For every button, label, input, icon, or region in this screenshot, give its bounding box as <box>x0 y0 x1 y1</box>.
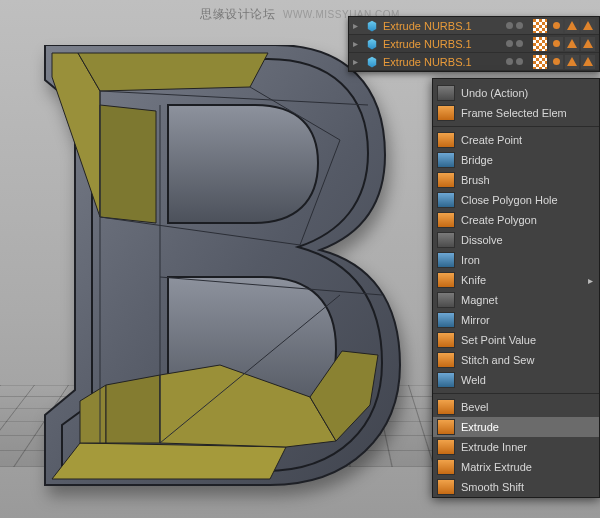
menu-label: Mirror <box>461 314 593 326</box>
menu-label: Magnet <box>461 294 593 306</box>
menu-item-iron[interactable]: Iron <box>433 250 599 270</box>
menu-item-weld[interactable]: Weld <box>433 370 599 390</box>
menu-item-magnet[interactable]: Magnet <box>433 290 599 310</box>
menu-item-extrude[interactable]: Extrude <box>433 417 599 437</box>
undo-icon <box>437 85 455 101</box>
menu-label: Undo (Action) <box>461 87 593 99</box>
texture-tag-icon[interactable] <box>533 37 547 51</box>
menu-item-smooth-shift[interactable]: Smooth Shift <box>433 477 599 497</box>
menu-label: Bevel <box>461 401 593 413</box>
svg-marker-1 <box>78 53 268 91</box>
menu-item-bridge[interactable]: Bridge <box>433 150 599 170</box>
menu-label: Set Point Value <box>461 334 593 346</box>
extrude-nurbs-icon <box>365 20 379 32</box>
selection-tag-icon[interactable] <box>581 55 595 69</box>
menu-label: Create Point <box>461 134 593 146</box>
mirror-icon <box>437 312 455 328</box>
expand-icon[interactable]: ▸ <box>353 38 361 49</box>
context-menu[interactable]: Undo (Action)Frame Selected ElemCreate P… <box>432 78 600 498</box>
magnet-icon <box>437 292 455 308</box>
object-name[interactable]: Extrude NURBS.1 <box>383 38 502 50</box>
visibility-dots[interactable] <box>506 22 523 29</box>
menu-item-matrix-extrude[interactable]: Matrix Extrude <box>433 457 599 477</box>
menu-label: Weld <box>461 374 593 386</box>
selection-tag-icon[interactable] <box>565 55 579 69</box>
selection-tag-icon[interactable] <box>581 37 595 51</box>
extrude-nurbs-icon <box>365 56 379 68</box>
menu-label: Bridge <box>461 154 593 166</box>
menu-item-close-polygon-hole[interactable]: Close Polygon Hole <box>433 190 599 210</box>
expand-icon[interactable]: ▸ <box>353 20 361 31</box>
expand-icon[interactable]: ▸ <box>353 56 361 67</box>
bridge-icon <box>437 152 455 168</box>
menu-item-frame-selected-elem[interactable]: Frame Selected Elem <box>433 103 599 123</box>
smooth-shift-icon <box>437 479 455 495</box>
menu-item-dissolve[interactable]: Dissolve <box>433 230 599 250</box>
menu-item-knife[interactable]: Knife▸ <box>433 270 599 290</box>
phong-tag-icon[interactable] <box>549 19 563 33</box>
menu-item-create-point[interactable]: Create Point <box>433 130 599 150</box>
menu-item-create-polygon[interactable]: Create Polygon <box>433 210 599 230</box>
svg-marker-2 <box>100 105 156 223</box>
menu-item-set-point-value[interactable]: Set Point Value <box>433 330 599 350</box>
menu-separator <box>433 393 599 394</box>
watermark-cn: 思缘设计论坛 <box>200 7 275 21</box>
menu-item-extrude-inner[interactable]: Extrude Inner <box>433 437 599 457</box>
object-name[interactable]: Extrude NURBS.1 <box>383 20 502 32</box>
menu-item-bevel[interactable]: Bevel <box>433 397 599 417</box>
texture-tag-icon[interactable] <box>533 19 547 33</box>
object-name[interactable]: Extrude NURBS.1 <box>383 56 502 68</box>
object-tags[interactable] <box>533 55 595 69</box>
menu-label: Matrix Extrude <box>461 461 593 473</box>
menu-label: Frame Selected Elem <box>461 107 593 119</box>
create-poly-icon <box>437 212 455 228</box>
bevel-icon <box>437 399 455 415</box>
extrude-nurbs-icon <box>365 38 379 50</box>
selection-tag-icon[interactable] <box>581 19 595 33</box>
menu-label: Dissolve <box>461 234 593 246</box>
menu-label: Knife <box>461 274 582 286</box>
weld-icon <box>437 372 455 388</box>
submenu-arrow-icon: ▸ <box>588 275 593 286</box>
dissolve-icon <box>437 232 455 248</box>
phong-tag-icon[interactable] <box>549 37 563 51</box>
letter-b-model[interactable] <box>40 45 410 495</box>
svg-marker-5 <box>106 375 160 443</box>
frame-icon <box>437 105 455 121</box>
stitch-icon <box>437 352 455 368</box>
visibility-dots[interactable] <box>506 58 523 65</box>
object-row[interactable]: ▸Extrude NURBS.1 <box>349 35 599 53</box>
visibility-dots[interactable] <box>506 40 523 47</box>
menu-label: Extrude <box>461 421 593 433</box>
texture-tag-icon[interactable] <box>533 55 547 69</box>
menu-label: Iron <box>461 254 593 266</box>
set-point-icon <box>437 332 455 348</box>
matrix-extrude-icon <box>437 459 455 475</box>
object-row[interactable]: ▸Extrude NURBS.1 <box>349 17 599 35</box>
phong-tag-icon[interactable] <box>549 55 563 69</box>
menu-item-mirror[interactable]: Mirror <box>433 310 599 330</box>
menu-label: Create Polygon <box>461 214 593 226</box>
menu-separator <box>433 126 599 127</box>
menu-label: Stitch and Sew <box>461 354 593 366</box>
selection-tag-icon[interactable] <box>565 19 579 33</box>
object-row[interactable]: ▸Extrude NURBS.1 <box>349 53 599 71</box>
point-icon <box>437 132 455 148</box>
object-tags[interactable] <box>533 19 595 33</box>
menu-item-stitch-and-sew[interactable]: Stitch and Sew <box>433 350 599 370</box>
object-manager[interactable]: ▸Extrude NURBS.1▸Extrude NURBS.1▸Extrude… <box>348 16 600 72</box>
menu-label: Brush <box>461 174 593 186</box>
extrude-inner-icon <box>437 439 455 455</box>
svg-marker-3 <box>52 443 286 479</box>
knife-icon <box>437 272 455 288</box>
object-tags[interactable] <box>533 37 595 51</box>
close-hole-icon <box>437 192 455 208</box>
menu-label: Smooth Shift <box>461 481 593 493</box>
letter-b-svg <box>40 45 410 495</box>
menu-item-brush[interactable]: Brush <box>433 170 599 190</box>
menu-item-undo-action-[interactable]: Undo (Action) <box>433 83 599 103</box>
extrude-icon <box>437 419 455 435</box>
brush-icon <box>437 172 455 188</box>
selection-tag-icon[interactable] <box>565 37 579 51</box>
iron-icon <box>437 252 455 268</box>
